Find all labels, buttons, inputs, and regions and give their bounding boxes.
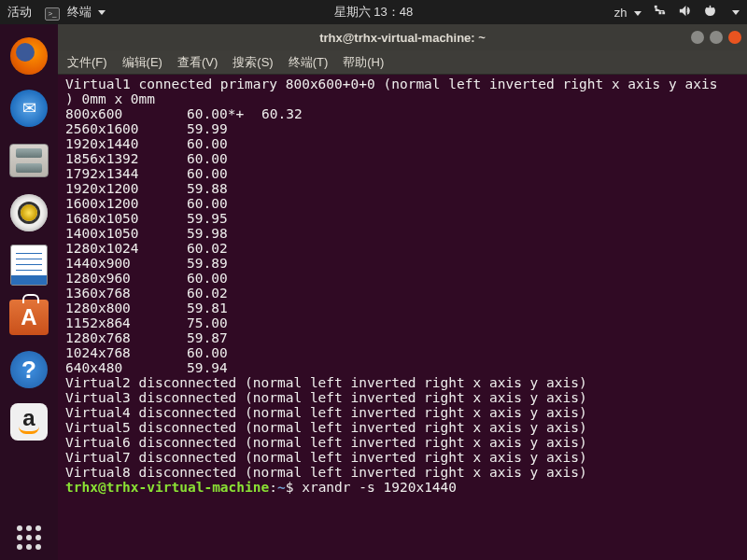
prompt-path: ~: [277, 480, 286, 495]
resolution-value: 1360x768: [65, 286, 187, 301]
document-icon: [10, 245, 48, 286]
refresh-rate-value: 60.00: [187, 151, 261, 166]
xrandr-output-line: ) 0mm x 0mm: [65, 91, 740, 106]
resolution-value: 1600x1200: [65, 196, 187, 211]
resolution-value: 1280x800: [65, 301, 187, 315]
xrandr-mode-row: 1680x105059.95: [65, 211, 740, 226]
window-titlebar[interactable]: trhx@trhx-virtual-machine: ~: [58, 24, 747, 50]
apps-grid-icon: [17, 525, 41, 550]
volume-icon[interactable]: [678, 4, 692, 21]
xrandr-mode-row: 1920x120059.88: [65, 181, 740, 196]
xrandr-mode-row: 1024x76860.00: [65, 345, 740, 360]
thunderbird-icon: [10, 90, 48, 127]
resolution-value: 1280x1024: [65, 241, 187, 256]
window-title: trhx@trhx-virtual-machine: ~: [319, 31, 486, 45]
dock-item-help[interactable]: ?: [7, 347, 51, 392]
xrandr-mode-row: 1360x76860.02: [65, 286, 740, 301]
close-button[interactable]: [728, 31, 741, 44]
refresh-rate-value: 60.00*+: [187, 106, 261, 121]
xrandr-mode-row: 1400x105059.98: [65, 226, 740, 241]
xrandr-output-line: Virtual7 disconnected (normal left inver…: [65, 450, 740, 465]
gnome-topbar: 活动 >_ 终端 星期六 13：48 zh: [0, 0, 747, 24]
xrandr-output-line: Virtual4 disconnected (normal left inver…: [65, 405, 740, 420]
refresh-rate-value: 59.99: [187, 121, 261, 136]
refresh-rate-value: 60.02: [187, 241, 261, 256]
svg-rect-1: [659, 11, 662, 14]
amazon-icon: a: [10, 403, 48, 441]
clock-label: 星期六 13：48: [334, 4, 414, 21]
svg-rect-2: [662, 11, 665, 14]
resolution-value: 1792x1344: [65, 166, 187, 181]
shopping-bag-icon: [9, 300, 49, 335]
resolution-value: 1680x1050: [65, 211, 187, 226]
refresh-rate-value: 59.87: [187, 330, 261, 345]
xrandr-output-line: Virtual5 disconnected (normal left inver…: [65, 420, 740, 435]
resolution-value: 1440x900: [65, 256, 187, 271]
menu-view[interactable]: 查看(V): [177, 54, 218, 71]
dock-item-amazon[interactable]: a: [7, 399, 51, 444]
input-source-indicator[interactable]: zh: [614, 6, 641, 20]
refresh-rate-value: 75.00: [187, 315, 261, 330]
refresh-rate-value: 59.98: [187, 226, 261, 241]
menu-help[interactable]: 帮助(H): [343, 54, 384, 71]
firefox-icon: [10, 37, 48, 75]
terminal-icon: >_: [45, 7, 60, 21]
xrandr-mode-row: 1920x144060.00: [65, 136, 740, 151]
xrandr-mode-row: 1152x86475.00: [65, 315, 740, 330]
maximize-button[interactable]: [710, 31, 723, 44]
dock-item-writer[interactable]: [7, 243, 51, 287]
power-icon[interactable]: [703, 4, 717, 21]
dock-item-thunderbird[interactable]: [7, 86, 51, 131]
topbar-app-label: 终端: [67, 5, 92, 19]
xrandr-mode-row: 800x60060.00*+60.32: [65, 106, 740, 121]
activities-button[interactable]: 活动: [7, 4, 32, 21]
refresh-rate-value: 59.81: [187, 301, 261, 315]
dock: ? a: [0, 24, 58, 560]
xrandr-output-line: Virtual1 connected primary 747x560+0+0 (…: [65, 77, 740, 91]
refresh-rate-value: 60.32: [261, 106, 303, 121]
topbar-app-indicator[interactable]: >_ 终端: [45, 4, 106, 21]
refresh-rate-value: 59.89: [187, 256, 261, 271]
terminal-body[interactable]: Virtual1 connected primary 747x560+0+0 (…: [58, 75, 747, 560]
xrandr-output-line: Virtual6 disconnected (normal left inver…: [65, 435, 740, 450]
menu-file[interactable]: 文件(F): [67, 54, 107, 71]
lang-label: zh: [614, 6, 627, 20]
speaker-icon: [10, 194, 48, 231]
resolution-value: 1920x1200: [65, 181, 187, 196]
refresh-rate-value: 60.00: [187, 345, 261, 360]
xrandr-output-line: Virtual2 disconnected (normal left inver…: [65, 375, 740, 390]
xrandr-mode-row: 1792x134460.00: [65, 166, 740, 181]
clock[interactable]: 星期六 13：48: [334, 4, 414, 21]
resolution-value: 1280x768: [65, 330, 187, 345]
xrandr-mode-row: 1440x90059.89: [65, 256, 740, 271]
minimize-button[interactable]: [691, 31, 704, 44]
resolution-value: 1024x768: [65, 345, 187, 360]
dock-item-software[interactable]: [7, 295, 51, 340]
menu-search[interactable]: 搜索(S): [233, 54, 273, 71]
xrandr-mode-row: 2560x160059.99: [65, 121, 740, 136]
dock-item-firefox[interactable]: [7, 34, 51, 78]
xrandr-mode-row: 1856x139260.00: [65, 151, 740, 166]
resolution-value: 2560x1600: [65, 121, 187, 136]
refresh-rate-value: 60.02: [187, 286, 261, 301]
help-icon: ?: [10, 351, 48, 388]
command-input: xrandr -s 1920x1440: [293, 480, 457, 495]
menu-terminal[interactable]: 终端(T): [289, 54, 329, 71]
chevron-down-icon: [732, 10, 740, 15]
refresh-rate-value: 60.00: [187, 271, 261, 286]
menu-edit[interactable]: 编辑(E): [122, 54, 162, 71]
resolution-value: 1280x960: [65, 271, 187, 286]
show-applications-button[interactable]: [7, 515, 51, 560]
refresh-rate-value: 60.00: [187, 166, 261, 181]
network-icon[interactable]: [653, 4, 667, 21]
resolution-value: 1152x864: [65, 315, 187, 330]
resolution-value: 1400x1050: [65, 226, 187, 241]
refresh-rate-value: 60.00: [187, 136, 261, 151]
svg-marker-3: [680, 6, 686, 16]
resolution-value: 747x560: [65, 106, 187, 121]
dock-item-files[interactable]: [7, 138, 51, 183]
xrandr-mode-row: 640x48059.94: [65, 360, 740, 375]
terminal-window: trhx@trhx-virtual-machine: ~ 文件(F) 编辑(E)…: [58, 24, 747, 560]
dock-item-rhythmbox[interactable]: [7, 190, 51, 235]
resolution-value: 1856x1392: [65, 151, 187, 166]
